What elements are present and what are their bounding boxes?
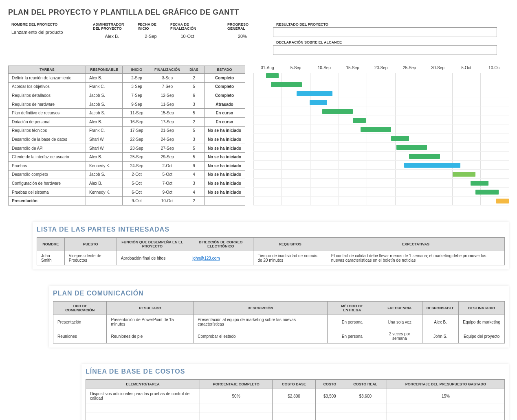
gantt-date: 31-Aug (253, 66, 282, 70)
gantt-bar (271, 82, 301, 87)
gantt-bar (496, 199, 509, 203)
gantt-row (253, 179, 509, 188)
gantt-bar (404, 163, 460, 168)
column-header: COSTO BASE (273, 380, 316, 389)
table-row: Dotación de personalAlex B.16-Sep17-Sep2… (9, 117, 245, 126)
gantt-bar (322, 109, 353, 114)
scope-input[interactable] (273, 45, 497, 55)
column-header: TAREAS (9, 66, 86, 74)
column-header: PORCENTAJE COMPLETO (200, 380, 273, 389)
stake-func: Aprobación final de hitos (117, 251, 188, 265)
gantt-row (253, 80, 509, 89)
gantt-row (253, 188, 509, 197)
gantt-date: 20-Sep (367, 66, 395, 70)
column-header: REQUISITOS (253, 238, 327, 251)
gantt-date: 30-Sep (424, 66, 452, 70)
gantt-row (253, 161, 509, 170)
table-row: Presentación9-Oct10-Oct2 (9, 197, 245, 206)
gantt-date: 5-Sep (282, 66, 310, 70)
comm-title: PLAN DE COMUNICACIÓN (53, 290, 505, 297)
table-row: Plan definitivo de recursosJacob S.11-Se… (9, 109, 245, 118)
column-header: ESTADO (204, 66, 245, 74)
cost-c: $3,500 (316, 389, 344, 403)
gantt-bar (471, 181, 488, 186)
table-row: Definir la reunión de lanzamientoAlex B.… (9, 74, 245, 83)
gantt-date: 15-Sep (339, 66, 367, 70)
stake-exp: El control de calidad debe llevar menos … (327, 251, 504, 265)
gantt-bar (297, 91, 332, 96)
gantt-bar (266, 73, 279, 78)
column-header: DESTINATARIO (459, 302, 505, 315)
column-header: FINALIZACIÓN (151, 66, 184, 74)
tasks-table: TAREASRESPONSABLEINICIOFINALIZACIÓNDÍASE… (8, 66, 245, 206)
gantt-bar (353, 118, 365, 123)
column-header: FRECUENCIA (377, 302, 422, 315)
gantt-row (253, 134, 509, 143)
table-row: Requisitos técnicosFrank C.17-Sep21-Sep5… (9, 126, 245, 135)
gantt-date: 5-Oct (452, 66, 481, 70)
column-header: INICIO (123, 66, 151, 74)
table-row: Configuración de hardwareAlex B.5-Oct7-O… (9, 179, 245, 188)
gantt-row (253, 152, 509, 161)
column-header: DÍAS (184, 66, 204, 74)
gantt-bar (310, 100, 328, 105)
gantt-bar (391, 136, 409, 141)
table-row: Acordar los objetivosFrank C.3-Sep7-Sep5… (9, 82, 245, 91)
table-row: ReunionesReuniones de pieComprobar el es… (53, 329, 505, 343)
stake-name: John Smith (37, 251, 65, 265)
column-header: NOMBRE (37, 238, 65, 251)
scope-label: DECLARACIÓN SOBRE EL ALCANCE (273, 39, 497, 45)
column-header: COSTO REAL (344, 380, 387, 389)
gantt-bar (409, 154, 440, 159)
comm-table: TIPO DE COMUNICACIÓNRESULTADODESCRIPCIÓN… (53, 301, 505, 343)
page-title: PLAN DEL PROYECTO Y PLANTILLA DEL GRÁFIC… (8, 8, 509, 17)
table-row: PruebasKennedy K.24-Sep2-Oct9No se ha in… (9, 161, 245, 170)
stake-role: Vicepresidente de Productos (64, 251, 117, 265)
result-label: RESULTADO DEL PROYECTO (273, 22, 497, 27)
gantt-bar (453, 172, 475, 177)
cost-bud: 15% (387, 389, 504, 403)
table-row: PresentaciónPresentación de PowerPoint d… (53, 315, 505, 329)
gantt-date: 25-Sep (395, 66, 424, 70)
cost-title: LÍNEA DE BASE DE COSTOS (86, 368, 505, 375)
admin: Alex B. (90, 31, 134, 41)
column-header: COSTO (316, 380, 344, 389)
result-input[interactable] (273, 27, 497, 37)
table-row: Desarrollo de APIShari W.23-Sep27-Sep5No… (9, 144, 245, 153)
gantt-row (253, 89, 509, 98)
column-header: TIPO DE COMUNICACIÓN (53, 302, 107, 315)
gantt-row (253, 107, 509, 116)
column-header: FUNCIÓN QUE DESEMPEÑA EN EL PROYECTO (117, 238, 188, 251)
cost-base: $2,800 (273, 389, 316, 403)
proj-name-label: NOMBRE DEL PROYECTO (8, 22, 90, 27)
gantt-row (253, 125, 509, 134)
column-header: RESPONSABLE (422, 302, 459, 315)
column-header: PUESTO (64, 238, 117, 251)
table-row: Desarrollo de la base de datosShari W.22… (9, 135, 245, 144)
stake-email[interactable]: john@123.com (192, 256, 220, 260)
column-header: ELEMENTO/TAREA (86, 380, 200, 389)
table-row: Desarrollo completoJacob S.2-Oct5-Oct4No… (9, 170, 245, 179)
gantt-bar (475, 190, 498, 195)
cost-pct: 50% (200, 389, 273, 403)
table-row: Cliente de la interfaz de usuarioAlex B.… (9, 153, 245, 162)
column-header: DESCRIPCIÓN (194, 302, 328, 315)
prog: 20% (224, 31, 261, 41)
stake-req: Tiempo de inactividad de no más de 20 mi… (253, 251, 327, 265)
column-header: RESPONSABLE (86, 66, 123, 74)
gantt-bar (396, 145, 427, 150)
gantt-date: 10-Sep (310, 66, 339, 70)
gantt-date: 10-Oct (480, 66, 509, 70)
stakeholders-table: NOMBREPUESTOFUNCIÓN QUE DESEMPEÑA EN EL … (37, 237, 505, 265)
gantt-row (253, 71, 509, 80)
start: 2-Sep (134, 31, 167, 41)
start-label: FECHA DE INICIO (134, 22, 167, 31)
gantt-bar (361, 127, 391, 132)
cost-item: Dispositivos adicionales para las prueba… (86, 389, 200, 403)
gantt-row (253, 116, 509, 125)
table-row: Requisitos detalladosJacob S.7-Sep12-Sep… (9, 91, 245, 100)
cost-table: ELEMENTO/TAREAPORCENTAJE COMPLETOCOSTO B… (86, 379, 505, 420)
gantt-row (253, 170, 509, 179)
gantt-row (253, 98, 509, 107)
admin-label: ADMINISTRADOR DEL PROYECTO (90, 22, 134, 31)
